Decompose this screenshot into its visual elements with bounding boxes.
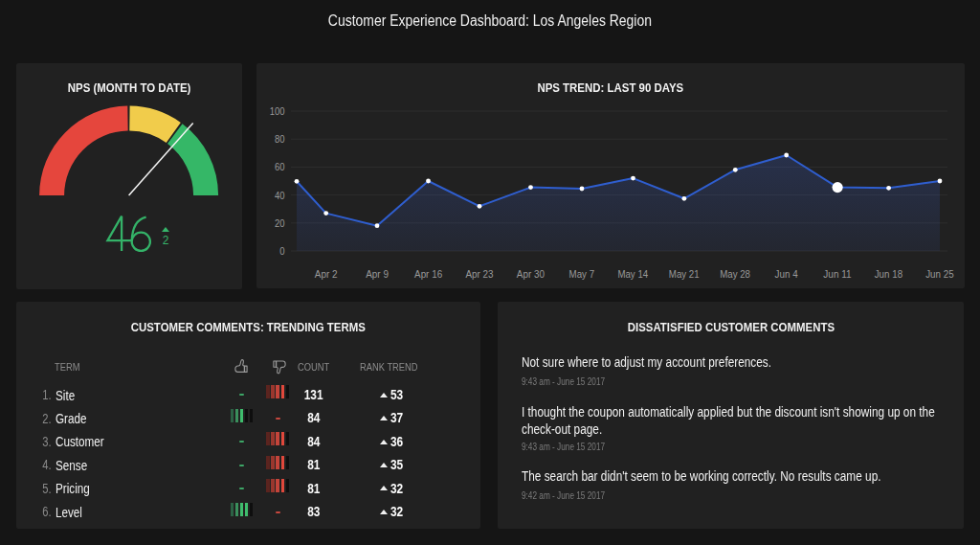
svg-text:20: 20	[275, 217, 285, 229]
svg-text:Jun 18: Jun 18	[875, 268, 902, 280]
svg-text:Apr 9: Apr 9	[366, 268, 389, 280]
svg-text:May 21: May 21	[669, 268, 700, 280]
svg-text:May 7: May 7	[569, 268, 595, 280]
svg-text:Apr 16: Apr 16	[414, 268, 442, 280]
svg-text:May 28: May 28	[720, 268, 750, 280]
svg-text:100: 100	[270, 105, 285, 117]
svg-text:0: 0	[279, 245, 284, 257]
svg-text:40: 40	[275, 190, 285, 201]
svg-text:60: 60	[275, 161, 285, 172]
svg-text:Jun 4: Jun 4	[775, 268, 798, 280]
svg-text:Apr 23: Apr 23	[465, 268, 493, 280]
svg-text:80: 80	[275, 133, 285, 145]
svg-text:Apr 2: Apr 2	[315, 268, 338, 280]
svg-text:May 14: May 14	[617, 268, 648, 280]
svg-text:Jun 11: Jun 11	[823, 268, 851, 280]
svg-text:Jun 25: Jun 25	[925, 268, 953, 280]
svg-text:Apr 30: Apr 30	[517, 268, 545, 280]
